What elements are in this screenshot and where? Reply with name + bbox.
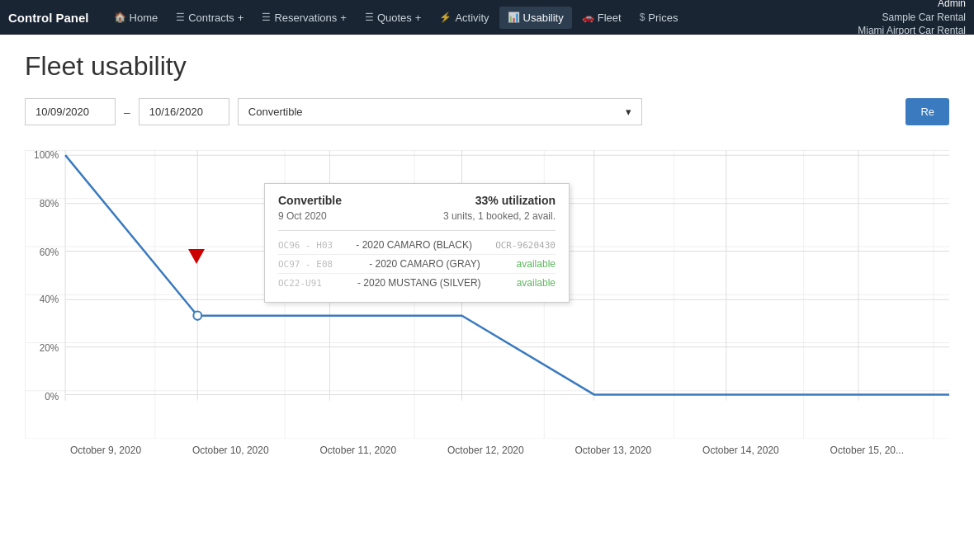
car-name-2: - 2020 CAMARO (GRAY) <box>369 258 480 270</box>
nav-quotes-label: Quotes <box>377 12 412 24</box>
x-label-5: October 14, 2020 <box>702 445 779 456</box>
fleet-icon: 🚗 <box>582 12 594 23</box>
admin-company2: Miami Airport Car Rental <box>858 24 966 38</box>
home-icon: 🏠 <box>114 12 126 23</box>
activity-icon: ⚡ <box>439 12 452 23</box>
chevron-down-icon: ▾ <box>626 106 631 118</box>
svg-text:100%: 100% <box>34 150 59 161</box>
data-point <box>193 312 201 320</box>
svg-text:80%: 80% <box>40 198 59 209</box>
car-name-3: - 2020 MUSTANG (SILVER) <box>357 277 481 289</box>
car-row-3: OC22-U91 - 2020 MUSTANG (SILVER) availab… <box>278 273 556 292</box>
filters-bar: – Convertible ▾ Re <box>25 98 949 125</box>
nav-reservations-label: Reservations <box>274 12 337 24</box>
svg-text:0%: 0% <box>45 390 59 402</box>
date-end-input[interactable] <box>139 98 229 125</box>
prices-icon: $ <box>640 12 645 23</box>
nav-prices[interactable]: $ Prices <box>631 7 687 29</box>
tooltip-divider <box>278 230 556 231</box>
x-label-2: October 11, 2020 <box>319 445 396 456</box>
chart-tooltip: Convertible 33% utilization 9 Oct 2020 3… <box>264 183 570 303</box>
nav-home[interactable]: 🏠 Home <box>106 7 167 29</box>
x-label-3: October 12, 2020 <box>447 445 524 456</box>
contracts-plus: + <box>238 12 244 24</box>
car-row-2: OC97 - E08 - 2020 CAMARO (GRAY) availabl… <box>278 254 556 273</box>
svg-text:60%: 60% <box>40 246 59 257</box>
quotes-icon: ☰ <box>365 12 374 23</box>
nav-prices-label: Prices <box>648 12 678 24</box>
brand: Control Panel <box>8 11 89 25</box>
car-status-3: available <box>517 277 556 289</box>
nav-activity-label: Activity <box>455 12 489 24</box>
x-label-6: October 15, 20... <box>830 445 904 456</box>
x-axis-labels: October 9, 2020 October 10, 2020 October… <box>25 441 949 456</box>
nav-usability[interactable]: 📊 Usability <box>499 7 572 29</box>
category-dropdown[interactable]: Convertible ▾ <box>238 98 642 125</box>
nav-fleet-label: Fleet <box>598 12 622 24</box>
admin-info: Admin Sample Car Rental Miami Airport Ca… <box>858 0 966 38</box>
date-start-input[interactable] <box>25 98 116 125</box>
nav-contracts[interactable]: ☰ Contracts + <box>168 7 252 29</box>
category-value: Convertible <box>248 106 303 118</box>
chart-area: 100% 80% 60% 40% 20% 0% <box>25 150 949 464</box>
nav-fleet[interactable]: 🚗 Fleet <box>574 7 630 29</box>
car-name-1: - 2020 CAMARO (BLACK) <box>356 239 472 251</box>
nav-contracts-label: Contracts <box>188 12 234 24</box>
car-status-2: available <box>517 258 556 270</box>
tooltip-category: Convertible <box>278 194 342 207</box>
nav-reservations[interactable]: ☰ Reservations + <box>253 7 354 29</box>
svg-text:40%: 40% <box>40 294 59 305</box>
car-id-1: OC96 - H03 <box>278 240 333 251</box>
nav-home-label: Home <box>130 12 158 24</box>
date-separator: – <box>124 106 130 119</box>
x-label-4: October 13, 2020 <box>575 445 652 456</box>
page-title: Fleet usability <box>25 51 949 82</box>
reservations-plus: + <box>340 12 347 24</box>
car-id-2: OC97 - E08 <box>278 259 333 270</box>
tooltip-date: 9 Oct 2020 <box>278 210 327 222</box>
usability-icon: 📊 <box>508 12 520 23</box>
car-id-3: OC22-U91 <box>278 278 322 289</box>
contracts-icon: ☰ <box>176 12 185 23</box>
admin-company1: Sample Car Rental <box>858 11 966 25</box>
nav-quotes[interactable]: ☰ Quotes + <box>357 7 430 29</box>
car-row-1: OC96 - H03 - 2020 CAMARO (BLACK) OCR-962… <box>278 236 556 254</box>
arrow-head <box>188 249 205 264</box>
navbar: Control Panel 🏠 Home ☰ Contracts + ☰ Res… <box>0 0 974 35</box>
tooltip-utilization: 33% utilization <box>475 194 556 207</box>
nav-usability-label: Usability <box>523 12 564 24</box>
tooltip-subheader: 9 Oct 2020 3 units, 1 booked, 2 avail. <box>278 210 556 222</box>
reservations-icon: ☰ <box>262 12 271 23</box>
x-label-1: October 10, 2020 <box>192 445 269 456</box>
tooltip-units: 3 units, 1 booked, 2 avail. <box>443 210 556 222</box>
car-contract-1[interactable]: OCR-9620430 <box>495 240 556 251</box>
admin-name: Admin <box>858 0 966 11</box>
main-content: Fleet usability – Convertible ▾ Re 100% … <box>0 35 974 480</box>
nav-items: 🏠 Home ☰ Contracts + ☰ Reservations + ☰ … <box>106 7 858 29</box>
x-label-0: October 9, 2020 <box>70 445 141 456</box>
svg-text:20%: 20% <box>40 342 59 354</box>
tooltip-header: Convertible 33% utilization <box>278 194 556 207</box>
quotes-plus: + <box>415 12 422 24</box>
refresh-button[interactable]: Re <box>905 98 949 125</box>
nav-activity[interactable]: ⚡ Activity <box>431 7 497 29</box>
